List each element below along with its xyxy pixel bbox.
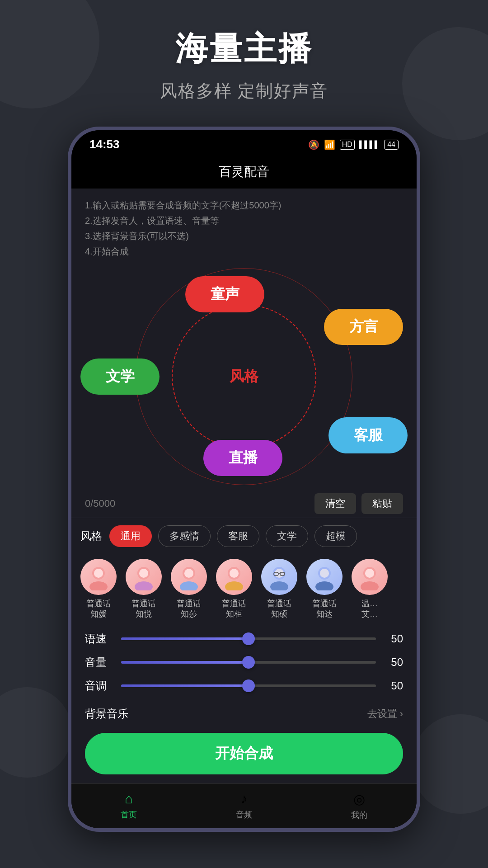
instruction-line-2: 2.选择发音人，设置语速、音量等	[85, 213, 403, 228]
voice-item[interactable]: 普通话知媛	[76, 559, 121, 620]
bgm-row: 背景音乐 去设置 ›	[71, 707, 417, 726]
svg-point-22	[361, 581, 379, 590]
mute-icon: 🔕	[308, 139, 319, 150]
bgm-setting-link[interactable]: 去设置 ›	[367, 707, 403, 721]
bubble-zhibo[interactable]: 直播	[203, 440, 282, 476]
slider-track-volume[interactable]	[121, 661, 376, 664]
voice-item[interactable]: 普通话知莎	[166, 559, 211, 620]
voice-name-1: 普通话知媛	[86, 599, 111, 620]
nav-label-audio: 音频	[236, 809, 252, 820]
voice-avatar-4	[216, 559, 252, 595]
slider-value-speed: 50	[385, 632, 403, 645]
instruction-line-4: 4.开始合成	[85, 244, 403, 259]
voice-grid: 普通话知媛 普通话知悦	[71, 554, 417, 627]
start-synthesis-button[interactable]: 开始合成	[85, 733, 403, 774]
slider-fill-speed	[121, 637, 249, 640]
voice-item[interactable]: 普通话知悦	[121, 559, 166, 620]
nav-label-profile: 我的	[351, 810, 367, 821]
input-counter-row: 0/5000 清空 粘贴	[71, 490, 417, 518]
slider-label-volume: 音量	[85, 655, 112, 670]
bubble-kefu[interactable]: 客服	[328, 417, 408, 453]
header-area: 海量主播 风格多样 定制好声音	[0, 0, 488, 103]
status-icons: 🔕 📶 HD ▌▌▌▌ 44	[308, 139, 399, 150]
slider-row-speed: 语速 50	[85, 632, 403, 646]
svg-point-13	[270, 581, 288, 590]
voice-name-7: 温…艾…	[361, 599, 378, 620]
sub-title: 风格多样 定制好声音	[0, 80, 488, 103]
status-time: 14:53	[89, 137, 120, 151]
slider-thumb-pitch[interactable]	[242, 679, 255, 692]
instruction-line-3: 3.选择背景音乐(可以不选)	[85, 228, 403, 244]
voice-avatar-5	[261, 559, 297, 595]
slider-thumb-speed[interactable]	[242, 632, 255, 645]
slider-fill-volume	[121, 661, 249, 664]
bgm-label: 背景音乐	[85, 707, 128, 721]
status-bar: 14:53 🔕 📶 HD ▌▌▌▌ 44	[71, 130, 417, 157]
app-title-bar: 百灵配音	[71, 157, 417, 189]
slider-row-pitch: 音调 50	[85, 679, 403, 693]
slider-track-pitch[interactable]	[121, 684, 376, 687]
bubble-fangyan[interactable]: 方言	[324, 309, 403, 345]
filter-tag-kefu[interactable]: 客服	[217, 525, 259, 547]
slider-thumb-volume[interactable]	[242, 656, 255, 669]
svg-point-11	[230, 569, 239, 578]
battery-icon: 44	[384, 140, 399, 150]
voice-avatar-2	[126, 559, 162, 595]
voice-item[interactable]: 普通话知达	[302, 559, 347, 620]
profile-icon: ◎	[353, 791, 365, 807]
voice-name-6: 普通话知达	[312, 599, 337, 620]
voice-name-2: 普通话知悦	[131, 599, 156, 620]
paste-button[interactable]: 粘贴	[361, 493, 403, 514]
bubble-tongsheng[interactable]: 童声	[185, 276, 264, 312]
svg-point-7	[180, 581, 198, 590]
style-filter-row: 风格 通用 多感情 客服 文学 超模	[71, 518, 417, 554]
signal-icon: ▌▌▌▌	[359, 141, 380, 149]
phone-mockup: 14:53 🔕 📶 HD ▌▌▌▌ 44 百灵配音 1.输入或粘贴需要合成音频的…	[68, 127, 420, 832]
start-btn-container: 开始合成	[71, 726, 417, 783]
voice-name-5: 普通话知硕	[267, 599, 291, 620]
filter-tag-wenxue[interactable]: 文学	[266, 525, 308, 547]
style-center-label: 风格	[230, 367, 258, 387]
svg-point-8	[184, 569, 193, 578]
svg-point-5	[139, 569, 148, 578]
instruction-line-1: 1.输入或粘贴需要合成音频的文字(不超过5000字)	[85, 198, 403, 213]
voice-avatar-6	[306, 559, 343, 595]
input-counter: 0/5000	[85, 498, 115, 509]
filter-tag-emotion[interactable]: 多感情	[158, 525, 211, 547]
style-wheel-area: 风格 童声 方言 文学 客服 直播	[71, 264, 417, 490]
bubble-wenxue[interactable]: 文学	[80, 359, 160, 395]
svg-point-4	[135, 581, 153, 590]
nav-item-home[interactable]: ⌂ 首页	[71, 784, 187, 830]
filter-tag-chaomo[interactable]: 超模	[314, 525, 357, 547]
slider-track-speed[interactable]	[121, 637, 376, 640]
svg-point-2	[94, 569, 103, 578]
nav-label-home: 首页	[121, 809, 137, 820]
voice-avatar-3	[171, 559, 207, 595]
slider-value-volume: 50	[385, 656, 403, 669]
svg-point-1	[89, 581, 108, 590]
app-content: 1.输入或粘贴需要合成音频的文字(不超过5000字) 2.选择发音人，设置语速、…	[71, 189, 417, 832]
svg-point-10	[225, 581, 243, 590]
slider-label-speed: 语速	[85, 632, 112, 646]
nav-item-audio[interactable]: ♪ 音频	[187, 784, 302, 830]
voice-item[interactable]: 普通话知柜	[211, 559, 257, 620]
filter-tag-general[interactable]: 通用	[109, 525, 152, 547]
voice-item[interactable]: 温…艾…	[347, 559, 392, 620]
voice-item[interactable]: 普通话知硕	[257, 559, 302, 620]
svg-point-20	[320, 569, 329, 578]
app-title: 百灵配音	[71, 163, 417, 180]
svg-point-19	[315, 581, 333, 590]
hd-badge: HD	[340, 140, 355, 150]
slider-value-pitch: 50	[385, 679, 403, 692]
voice-avatar-7	[352, 559, 388, 595]
slider-row-volume: 音量 50	[85, 655, 403, 670]
input-buttons: 清空 粘贴	[314, 493, 403, 514]
voice-name-3: 普通话知莎	[177, 599, 201, 620]
wifi-icon: 📶	[324, 139, 335, 150]
audio-icon: ♪	[241, 791, 248, 807]
svg-point-23	[365, 569, 374, 578]
svg-point-14	[275, 569, 284, 578]
clear-button[interactable]: 清空	[314, 493, 356, 514]
slider-label-pitch: 音调	[85, 679, 112, 693]
nav-item-profile[interactable]: ◎ 我的	[301, 784, 417, 830]
